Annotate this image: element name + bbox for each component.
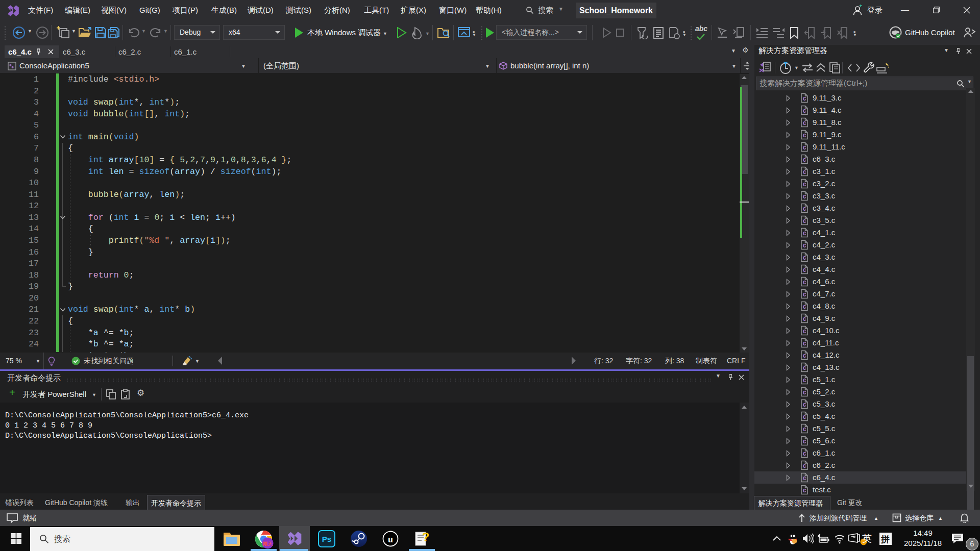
svg-text:c: c [803, 266, 806, 273]
svg-text:Ps: Ps [322, 535, 331, 543]
svg-text:c: c [803, 254, 806, 261]
svg-text:c: c [803, 132, 806, 139]
svg-text:c: c [803, 156, 806, 163]
svg-text:c: c [803, 217, 806, 224]
svg-text:c: c [803, 487, 806, 494]
svg-text:c: c [803, 413, 806, 420]
svg-text:c: c [803, 474, 806, 482]
svg-text:c: c [803, 291, 806, 298]
svg-text:c: c [803, 181, 806, 188]
svg-text:c: c [803, 303, 806, 310]
svg-text:c: c [803, 462, 806, 469]
svg-text:c: c [803, 340, 806, 347]
svg-text:c: c [803, 279, 806, 286]
svg-text:c: c [803, 193, 806, 200]
svg-text:c: c [803, 315, 806, 322]
svg-text:c: c [803, 107, 806, 114]
svg-text:c: c [803, 119, 806, 127]
svg-text:雨天: 雨天 [263, 541, 273, 546]
svg-text:c: c [803, 401, 806, 408]
svg-text:c: c [803, 168, 806, 176]
svg-text:c: c [803, 389, 806, 396]
svg-text:c: c [803, 352, 806, 359]
svg-text:c: c [803, 242, 806, 249]
svg-text:c: c [803, 425, 806, 433]
svg-text:c: c [803, 438, 806, 445]
svg-text:c: c [803, 95, 806, 102]
svg-text:c: c [803, 328, 806, 335]
svg-text:c: c [803, 450, 806, 457]
svg-text:?: ? [422, 530, 430, 544]
svg-text:c: c [803, 377, 806, 384]
svg-text:u: u [388, 534, 393, 544]
svg-text:c: c [803, 205, 806, 212]
svg-text:c: c [803, 230, 806, 237]
svg-text:c: c [803, 144, 806, 151]
svg-text:c: c [803, 364, 806, 371]
